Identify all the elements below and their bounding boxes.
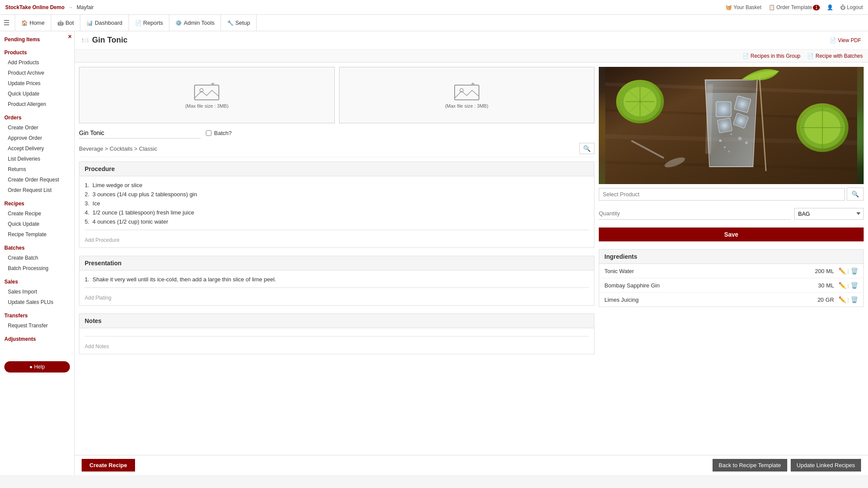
sidebar-item-product-archive[interactable]: Product Archive: [0, 68, 74, 78]
recipe-name-row: Batch?: [79, 128, 594, 138]
category-search-button[interactable]: 🔍: [579, 143, 594, 154]
recipe-with-batches-link[interactable]: 📄 Recipe with Batches: [807, 53, 863, 59]
recipe-name-input[interactable]: [79, 128, 201, 138]
back-to-template-button[interactable]: Back to Recipe Template: [713, 459, 787, 472]
top-bar: StockTake Online Demo → Mayfair 🧺 Your B…: [0, 0, 868, 15]
view-pdf-link[interactable]: 📄 View PDF: [830, 37, 861, 43]
save-ingredient-button[interactable]: Save: [599, 228, 864, 241]
sidebar-item-list-deliveries[interactable]: List Deliveries: [0, 154, 74, 164]
sidebar-item-quick-update-products[interactable]: Quick Update: [0, 89, 74, 99]
nav-admin-tools[interactable]: ⚙️ Admin Tools: [169, 15, 221, 31]
sidebar-item-product-allergen[interactable]: Product Allergen: [0, 99, 74, 109]
image-placeholder-icon-1: [194, 82, 220, 103]
ingredient-row-2: Bombay Sapphire Gin 30 ML ✏️ | 🗑️: [599, 278, 863, 293]
unit-select[interactable]: BAG ML GR KG L EACH: [794, 208, 864, 220]
nav-dashboard[interactable]: 📊 Dashboard: [80, 15, 129, 31]
sidebar: × Pending Items Products Add Products Pr…: [0, 31, 75, 475]
sidebar-item-create-order-request[interactable]: Create Order Request: [0, 175, 74, 185]
sidebar-item-quick-update-recipes[interactable]: Quick Update: [0, 219, 74, 229]
recipe-image: [599, 67, 864, 184]
ingredient-row-1: Tonic Water 200 ML ✏️ | 🗑️: [599, 264, 863, 278]
sidebar-item-create-recipe[interactable]: Create Recipe: [0, 208, 74, 219]
brand-name[interactable]: StockTake Online Demo: [5, 4, 64, 10]
close-sidebar-button[interactable]: ×: [68, 33, 72, 40]
presentation-section: Presentation 1. Shake it very well until…: [79, 256, 594, 306]
location-name: Mayfair: [76, 4, 93, 10]
sidebar-item-order-request-list[interactable]: Order Request List: [0, 185, 74, 195]
edit-ingredient-1-icon[interactable]: ✏️: [838, 267, 846, 274]
category-text: Beverage > Cocktails > Classic: [79, 145, 576, 152]
recipes-in-group-link[interactable]: 📄 Recipes in this Group: [743, 53, 801, 59]
sidebar-item-accept-delivery[interactable]: Accept Delivery: [0, 143, 74, 154]
sidebar-section-sales: Sales: [0, 275, 74, 287]
update-linked-recipes-button[interactable]: Update Linked Recipes: [791, 459, 861, 472]
svg-rect-27: [717, 118, 733, 133]
sidebar-item-returns[interactable]: Returns: [0, 164, 74, 175]
sidebar-item-create-order[interactable]: Create Order: [0, 122, 74, 133]
sidebar-section-orders: Orders: [0, 111, 74, 122]
gin-image-background: [599, 67, 864, 184]
user-icon[interactable]: 👤: [827, 4, 833, 10]
ingredient-unit-2: ML: [826, 282, 834, 289]
order-template-link[interactable]: 📋 Order Template1: [769, 4, 820, 10]
delete-ingredient-1-icon[interactable]: 🗑️: [851, 267, 858, 274]
sidebar-item-request-transfer[interactable]: Request Transfer: [0, 320, 74, 331]
quantity-input[interactable]: [599, 208, 791, 220]
product-search-button[interactable]: 🔍: [847, 188, 864, 201]
nav-bot[interactable]: 🤖 Bot: [51, 15, 81, 31]
procedure-item-2: 2. 3 ounces (1/4 cup plus 2 tablespoons)…: [85, 190, 589, 199]
sidebar-item-sales-import[interactable]: Sales Import: [0, 287, 74, 297]
ingredient-name-3: Limes Juicing: [604, 297, 818, 303]
hamburger-menu[interactable]: ☰: [3, 19, 10, 27]
nav-setup[interactable]: 🔧 Setup: [221, 15, 257, 31]
ingredient-row-3: Limes Juicing 20 GR ✏️ | 🗑️: [599, 293, 863, 307]
nav-reports[interactable]: 📄 Reports: [129, 15, 170, 31]
category-row: Beverage > Cocktails > Classic 🔍: [79, 143, 594, 157]
sidebar-item-create-batch[interactable]: Create Batch: [0, 253, 74, 263]
image-upload-box-2[interactable]: (Max file size : 3MB): [339, 67, 595, 123]
main-content: 🍽️ Gin Tonic 📄 View PDF 📄 Recipes in thi…: [75, 31, 868, 475]
ingredient-actions-1: ✏️ | 🗑️: [838, 267, 858, 274]
page-icon: 🍽️: [82, 37, 89, 43]
sidebar-section-products: Products: [0, 46, 74, 57]
create-recipe-button[interactable]: Create Recipe: [82, 459, 135, 472]
ingredient-unit-1: ML: [826, 268, 834, 274]
nav-bar: ☰ 🏠 Home 🤖 Bot 📊 Dashboard 📄 Reports ⚙️ …: [0, 15, 868, 31]
ingredient-actions-3: ✏️ | 🗑️: [838, 296, 858, 303]
sidebar-item-update-prices[interactable]: Update Prices: [0, 78, 74, 89]
ingredients-section: Ingredients Tonic Water 200 ML ✏️ | 🗑️ B…: [599, 249, 864, 307]
delete-ingredient-3-icon[interactable]: 🗑️: [851, 296, 858, 303]
sidebar-item-batch-processing[interactable]: Batch Processing: [0, 263, 74, 274]
gin-tonic-illustration: [605, 67, 857, 184]
sidebar-item-add-products[interactable]: Add Products: [0, 57, 74, 68]
procedure-item-5: 5. 4 ounces (1/2 cup) tonic water: [85, 217, 589, 226]
presentation-body: 1. Shake it very well until its ice-cold…: [79, 270, 594, 305]
svg-point-29: [719, 139, 722, 142]
brand-arrow: →: [68, 4, 73, 10]
sidebar-item-recipe-template[interactable]: Recipe Template: [0, 229, 74, 240]
nav-home[interactable]: 🏠 Home: [15, 15, 51, 31]
sidebar-item-update-sales-plus[interactable]: Update Sales PLUs: [0, 297, 74, 307]
select-product-input[interactable]: [599, 188, 845, 201]
left-panel: (Max file size : 3MB) (Max file size : 3…: [79, 67, 594, 451]
right-panel: 🔍 BAG ML GR KG L EACH Save: [599, 67, 864, 451]
edit-ingredient-3-icon[interactable]: ✏️: [838, 296, 846, 303]
ingredient-name-2: Bombay Sapphire Gin: [604, 282, 818, 289]
add-plating-link[interactable]: Add Plating: [85, 291, 589, 301]
top-bar-left: StockTake Online Demo → Mayfair: [5, 4, 94, 10]
add-procedure-link[interactable]: Add Procedure: [85, 234, 589, 243]
notes-section: Notes Add Notes: [79, 313, 594, 354]
content-area: (Max file size : 3MB) (Max file size : 3…: [75, 63, 868, 455]
sidebar-item-approve-order[interactable]: Approve Order: [0, 133, 74, 143]
add-notes-link[interactable]: Add Notes: [85, 340, 589, 350]
image-upload-box-1[interactable]: (Max file size : 3MB): [79, 67, 335, 123]
edit-ingredient-2-icon[interactable]: ✏️: [838, 282, 846, 289]
logout-link[interactable]: ⏻ Logout: [840, 4, 863, 10]
basket-link[interactable]: 🧺 Your Basket: [726, 4, 761, 10]
help-button[interactable]: ● Help: [4, 361, 70, 373]
svg-rect-4: [455, 85, 479, 100]
batch-checkbox[interactable]: [206, 130, 211, 136]
delete-ingredient-2-icon[interactable]: 🗑️: [851, 282, 858, 289]
batch-checkbox-row: Batch?: [206, 130, 231, 136]
presentation-item-1: 1. Shake it very well until its ice-cold…: [85, 275, 589, 284]
